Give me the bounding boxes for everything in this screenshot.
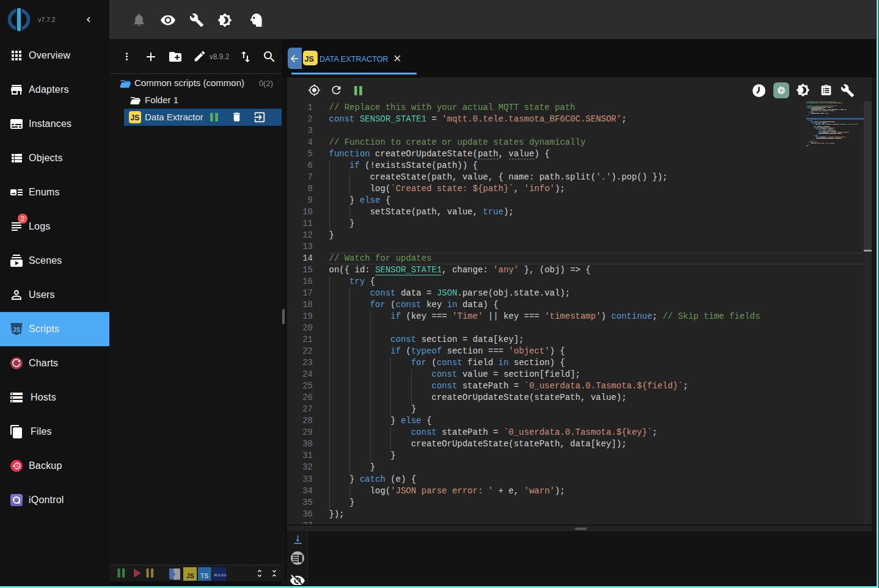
svg-text:JS: JS [13,326,21,333]
